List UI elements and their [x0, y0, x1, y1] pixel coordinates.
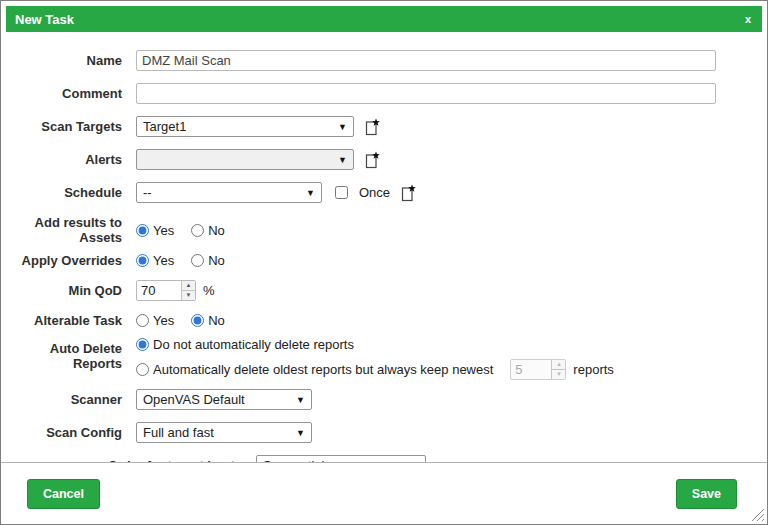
resize-handle-icon[interactable] [751, 508, 765, 522]
radio-label: No [208, 253, 225, 268]
spin-down-icon[interactable]: ▼ [182, 291, 195, 300]
alerts-row: Alerts ▼ [1, 149, 767, 170]
spin-up-icon[interactable]: ▲ [182, 281, 195, 291]
spin-down-icon[interactable]: ▼ [552, 370, 565, 379]
chevron-down-icon: ▼ [296, 428, 305, 438]
chevron-down-icon: ▼ [338, 155, 347, 165]
scan-targets-label: Scan Targets [1, 116, 136, 134]
alterable-task-label: Alterable Task [1, 313, 136, 328]
schedule-label: Schedule [1, 182, 136, 200]
apply-overrides-no-option[interactable]: No [191, 253, 225, 268]
scan-targets-select[interactable]: Target1 ▼ [136, 116, 354, 137]
schedule-value: -- [143, 185, 152, 200]
radio-label: Automatically delete oldest reports but … [153, 362, 493, 377]
min-qod-spinner[interactable]: ▲ ▼ [136, 280, 196, 301]
dialog-titlebar: New Task x [6, 6, 762, 32]
name-input[interactable] [136, 50, 716, 71]
apply-overrides-yes-radio[interactable] [136, 254, 149, 267]
radio-label: Do not automatically delete reports [153, 337, 354, 352]
scanner-label: Scanner [1, 389, 136, 407]
add-results-no-option[interactable]: No [191, 223, 225, 238]
scan-config-value: Full and fast [143, 425, 214, 440]
apply-overrides-label: Apply Overrides [1, 253, 136, 268]
once-label: Once [359, 185, 390, 200]
add-results-yes-radio[interactable] [136, 224, 149, 237]
min-qod-row: Min QoD ▲ ▼ % [1, 280, 767, 301]
chevron-down-icon: ▼ [296, 395, 305, 405]
keep-reports-suffix: reports [573, 362, 613, 377]
min-qod-unit: % [203, 283, 215, 298]
scanner-value: OpenVAS Default [143, 392, 245, 407]
chevron-down-icon: ▼ [338, 122, 347, 132]
cancel-button[interactable]: Cancel [27, 479, 100, 509]
name-label: Name [1, 50, 136, 68]
apply-overrides-row: Apply Overrides Yes No [1, 253, 767, 268]
new-task-dialog: New Task x Name Comment Scan Targets Tar… [0, 0, 768, 525]
min-qod-input[interactable] [137, 281, 181, 300]
spin-up-icon[interactable]: ▲ [552, 360, 565, 370]
once-checkbox[interactable] [335, 186, 348, 199]
alerts-select[interactable]: ▼ [136, 149, 354, 170]
auto-delete-label: Auto Delete Reports [1, 337, 136, 371]
radio-label: Yes [153, 253, 174, 268]
schedule-select[interactable]: -- ▼ [136, 182, 322, 203]
close-icon[interactable]: x [743, 13, 753, 25]
alterable-no-option[interactable]: No [191, 313, 225, 328]
radio-label: No [208, 223, 225, 238]
scanner-row: Scanner OpenVAS Default ▼ [1, 389, 767, 410]
comment-input[interactable] [136, 83, 716, 104]
new-target-icon[interactable] [364, 118, 381, 136]
alterable-yes-radio[interactable] [136, 314, 149, 327]
auto-delete-keep-option[interactable]: Do not automatically delete reports [136, 337, 354, 352]
keep-reports-spinner[interactable]: ▲ ▼ [510, 359, 566, 380]
auto-delete-oldest-option[interactable]: Automatically delete oldest reports but … [136, 362, 493, 377]
radio-label: Yes [153, 313, 174, 328]
comment-row: Comment [1, 83, 767, 104]
dialog-title: New Task [15, 12, 74, 27]
auto-delete-keep-radio[interactable] [136, 338, 149, 351]
radio-label: No [208, 313, 225, 328]
save-button[interactable]: Save [676, 479, 737, 509]
add-results-yes-option[interactable]: Yes [136, 223, 174, 238]
new-schedule-icon[interactable] [400, 184, 417, 202]
comment-label: Comment [1, 83, 136, 101]
add-results-row: Add results to Assets Yes No [1, 215, 767, 245]
scan-targets-row: Scan Targets Target1 ▼ [1, 116, 767, 137]
dialog-content: Name Comment Scan Targets Target1 ▼ [1, 32, 767, 464]
scan-config-select[interactable]: Full and fast ▼ [136, 422, 312, 443]
apply-overrides-no-radio[interactable] [191, 254, 204, 267]
apply-overrides-yes-option[interactable]: Yes [136, 253, 174, 268]
scan-config-row: Scan Config Full and fast ▼ [1, 422, 767, 443]
alterable-task-row: Alterable Task Yes No [1, 313, 767, 328]
auto-delete-row: Auto Delete Reports Do not automatically… [1, 337, 767, 380]
schedule-row: Schedule -- ▼ Once [1, 182, 767, 203]
new-alert-icon[interactable] [364, 151, 381, 169]
alterable-no-radio[interactable] [191, 314, 204, 327]
scan-config-label: Scan Config [1, 422, 136, 440]
min-qod-label: Min QoD [1, 280, 136, 298]
add-results-label: Add results to Assets [1, 215, 136, 245]
add-results-no-radio[interactable] [191, 224, 204, 237]
keep-reports-input[interactable] [511, 360, 551, 379]
scanner-select[interactable]: OpenVAS Default ▼ [136, 389, 312, 410]
auto-delete-oldest-radio[interactable] [136, 363, 149, 376]
alterable-yes-option[interactable]: Yes [136, 313, 174, 328]
scan-targets-value: Target1 [143, 119, 186, 134]
dialog-footer: Cancel Save [1, 462, 767, 524]
chevron-down-icon: ▼ [306, 188, 315, 198]
alerts-label: Alerts [1, 149, 136, 167]
name-row: Name [1, 50, 767, 71]
radio-label: Yes [153, 223, 174, 238]
